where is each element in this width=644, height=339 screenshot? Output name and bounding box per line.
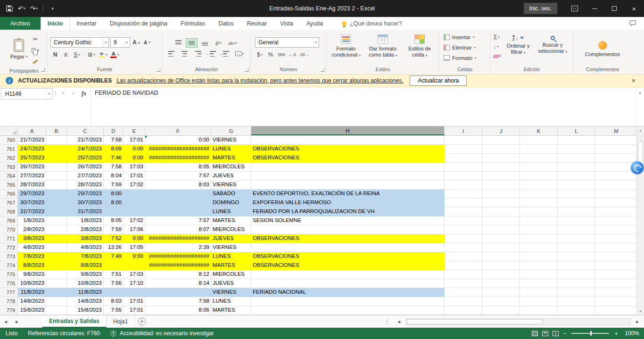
cell-H770[interactable] (251, 225, 445, 234)
cell-A773[interactable]: 7/8/2023 (18, 252, 46, 261)
cell-F776[interactable]: 8:14 (145, 279, 211, 288)
undo-button[interactable]: ↶▾ (16, 2, 27, 15)
cell-F779[interactable]: 8:06 (145, 306, 211, 315)
cell-L776[interactable] (558, 279, 595, 288)
cell-G764[interactable]: JUEVES (211, 172, 251, 181)
cell-A778[interactable]: 14/8/2023 (18, 297, 46, 306)
cell-H764[interactable] (251, 172, 445, 181)
cell-J764[interactable] (482, 172, 520, 181)
row-header-776[interactable]: 776 (0, 279, 18, 288)
cell-I762[interactable] (445, 154, 482, 163)
zoom-slider[interactable] (571, 333, 609, 334)
new-sheet-button[interactable]: + (135, 315, 149, 328)
close-button[interactable]: × (624, 0, 644, 17)
cell-M769[interactable] (595, 216, 636, 225)
hscroll-left-icon[interactable]: ◀ (393, 320, 405, 324)
cut-button[interactable]: ✂ (31, 34, 40, 44)
number-format-select[interactable]: General▾ (255, 37, 319, 48)
cell-J760[interactable] (482, 136, 520, 145)
increase-font-size-button[interactable]: A▲ (132, 38, 141, 47)
increase-decimal-button[interactable]: ←.0 (288, 50, 297, 59)
column-header-f[interactable]: F (145, 126, 211, 135)
row-header-766[interactable]: 766 (0, 190, 18, 198)
zoom-slider-thumb[interactable] (590, 331, 592, 336)
cell-F768[interactable] (145, 207, 211, 216)
cell-K775[interactable] (520, 270, 558, 279)
cell-I774[interactable] (445, 261, 482, 270)
cell-B777[interactable] (46, 288, 67, 297)
cell-G769[interactable]: MARTES (211, 216, 251, 225)
column-header-g[interactable]: G (211, 126, 251, 135)
align-right-button[interactable] (192, 49, 204, 58)
enter-icon[interactable]: ✓ (69, 89, 78, 98)
cell-I766[interactable] (445, 190, 482, 198)
cell-H778[interactable] (251, 297, 445, 306)
cell-B776[interactable] (46, 279, 67, 288)
cell-F772[interactable]: 2:39 (145, 243, 211, 252)
cell-A763[interactable]: 26/7/2023 (18, 163, 46, 172)
cell-G768[interactable]: LUNES (211, 207, 251, 216)
cell-D760[interactable]: 7:58 (104, 136, 124, 145)
tell-me-search[interactable]: ¿Qué desea hacer? (342, 17, 402, 30)
sort-filter-button[interactable]: AZ↓ Ordenar y filtrar ▾ (503, 32, 533, 57)
column-header-d[interactable]: D (104, 126, 124, 135)
cell-H761[interactable]: OBSERVACIONES (251, 145, 445, 154)
cell-G776[interactable]: JUEVES (211, 279, 251, 288)
cell-C778[interactable]: 14/8/2023 (67, 297, 104, 306)
cell-styles-button[interactable]: Estilos de celda ▾ (402, 32, 438, 59)
cell-D770[interactable]: 7:59 (104, 225, 124, 234)
cell-E776[interactable]: 17:10 (124, 279, 145, 288)
cell-M777[interactable] (595, 288, 636, 297)
cell-E764[interactable]: 17:01 (124, 172, 145, 181)
formula-input[interactable]: FERIADO DE NAVIDAD (91, 87, 636, 126)
cell-I761[interactable] (445, 145, 482, 154)
formula-bar-drag-handle[interactable]: ⋮ (53, 87, 58, 126)
cell-J776[interactable] (482, 279, 520, 288)
autosum-button[interactable]: Σ▾ (494, 33, 501, 41)
cell-C761[interactable]: 24/7/2023 (67, 145, 104, 154)
cell-L763[interactable] (558, 163, 595, 172)
cell-M779[interactable] (595, 306, 636, 315)
cell-M771[interactable] (595, 234, 636, 243)
cell-B770[interactable] (46, 225, 67, 234)
cell-J775[interactable] (482, 270, 520, 279)
cell-M775[interactable] (595, 270, 636, 279)
cell-E760[interactable]: 17:01 (124, 136, 145, 145)
cell-I779[interactable] (445, 306, 482, 315)
cell-H776[interactable] (251, 279, 445, 288)
cell-J761[interactable] (482, 145, 520, 154)
cell-F762[interactable]: #################### (145, 154, 211, 163)
cell-K772[interactable] (520, 243, 558, 252)
cell-B771[interactable] (46, 234, 67, 243)
cell-C765[interactable]: 28/7/2023 (67, 181, 104, 190)
font-size-select[interactable]: 9▾ (110, 37, 130, 48)
font-name-select[interactable]: Century Gothic▾ (50, 37, 109, 48)
cell-H775[interactable] (251, 270, 445, 279)
cell-D775[interactable]: 7:51 (104, 270, 124, 279)
cell-D779[interactable]: 7:55 (104, 306, 124, 315)
cell-E765[interactable]: 17:02 (124, 181, 145, 190)
insert-cells-button[interactable]: Insertar▾ (442, 32, 476, 42)
cell-D773[interactable]: 7:49 (104, 252, 124, 261)
font-dialog-launcher-icon[interactable] (157, 68, 160, 72)
cell-G765[interactable]: VIERNES (211, 181, 251, 190)
cell-C770[interactable]: 2/8/2023 (67, 225, 104, 234)
cell-D776[interactable]: 7:56 (104, 279, 124, 288)
cell-F770[interactable]: 8:07 (145, 225, 211, 234)
align-center-button[interactable] (179, 49, 190, 58)
decrease-font-size-button[interactable]: A▼ (143, 38, 152, 47)
cell-L779[interactable] (558, 306, 595, 315)
message-bar-link[interactable]: Las actualizaciones de Office están list… (116, 77, 403, 84)
cell-J771[interactable] (482, 234, 520, 243)
cell-H767[interactable]: EXPOFERIA VALLE HERMOSO (251, 198, 445, 207)
cell-M774[interactable] (595, 261, 636, 270)
bold-button[interactable]: N (50, 50, 60, 59)
cell-F765[interactable]: 8:03 (145, 181, 211, 190)
cell-B765[interactable] (46, 181, 67, 190)
horizontal-scrollbar[interactable] (405, 318, 631, 325)
cell-E766[interactable] (124, 190, 145, 198)
cell-D769[interactable]: 8:05 (104, 216, 124, 225)
cell-D774[interactable] (104, 261, 124, 270)
row-header-775[interactable]: 775 (0, 270, 18, 279)
cell-C767[interactable]: 30/7/2023 (67, 198, 104, 207)
